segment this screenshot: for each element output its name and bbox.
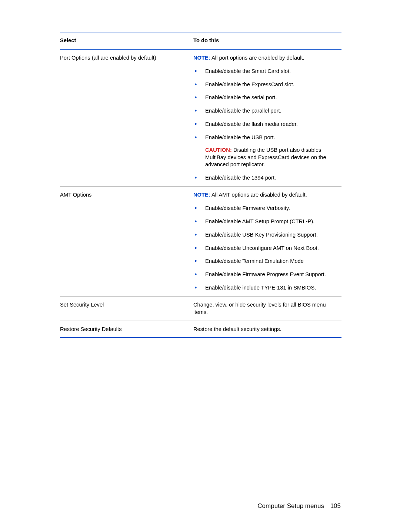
header-todo: To do this [193, 33, 341, 49]
list-item: Enable/disable AMT Setup Prompt (CTRL-P)… [193, 218, 341, 225]
bullet-text: Enable/disable USB Key Provisioning Supp… [205, 232, 318, 238]
row-select: AMT Options [60, 187, 193, 297]
list-item: Enable/disable Firmware Progress Event S… [193, 271, 341, 278]
options-table: Select To do this Port Options (all are … [60, 33, 341, 338]
bullet-text: Enable/disable the parallel port. [205, 108, 281, 114]
bullet-text: Enable/disable the ExpressCard slot. [205, 81, 294, 87]
bullet-text: Enable/disable Firmware Verbosity. [205, 205, 290, 211]
row-todo: NOTE: All AMT options are disabled by de… [193, 187, 341, 297]
bullet-text: Enable/disable Terminal Emulation Mode [205, 258, 304, 264]
page-number: 105 [330, 502, 341, 509]
list-item: Enable/disable Unconfigure AMT on Next B… [193, 245, 341, 252]
list-item: Enable/disable the USB port. CAUTION: Di… [193, 134, 341, 168]
table-row: AMT Options NOTE: All AMT options are di… [60, 187, 341, 297]
caution-label: CAUTION: [205, 147, 232, 153]
row-todo: Change, view, or hide security levels fo… [193, 296, 341, 321]
list-item: Enable/disable the ExpressCard slot. [193, 81, 341, 88]
row-select: Port Options (all are enabled by default… [60, 49, 193, 187]
list-item: Enable/disable Firmware Verbosity. [193, 205, 341, 212]
page-footer: Computer Setup menus 105 [257, 502, 341, 510]
list-item: Enable/disable the serial port. [193, 94, 341, 101]
table-header-row: Select To do this [60, 33, 341, 49]
list-item: Enable/disable the Smart Card slot. [193, 68, 341, 75]
row-todo: Restore the default security settings. [193, 321, 341, 338]
list-item: Enable/disable the 1394 port. [193, 174, 341, 182]
list-item: Enable/disable USB Key Provisioning Supp… [193, 231, 341, 239]
bullet-list: Enable/disable the Smart Card slot. Enab… [193, 68, 341, 182]
bullet-text: Enable/disable the USB port. [205, 134, 275, 140]
list-item: Enable/disable the parallel port. [193, 107, 341, 115]
table-row: Set Security Level Change, view, or hide… [60, 296, 341, 321]
bullet-text: Enable/disable AMT Setup Prompt (CTRL-P)… [205, 218, 314, 224]
bullet-text: Enable/disable Firmware Progress Event S… [205, 271, 326, 277]
table-row: Port Options (all are enabled by default… [60, 49, 341, 187]
note-label: NOTE: [193, 55, 210, 61]
note-label: NOTE: [193, 192, 210, 198]
list-item: Enable/disable Terminal Emulation Mode [193, 258, 341, 265]
page: Select To do this Port Options (all are … [0, 0, 400, 532]
row-select: Set Security Level [60, 296, 193, 321]
note-text: All AMT options are disabled by default. [211, 192, 307, 198]
list-item: Enable/disable include TYPE-131 in SMBIO… [193, 284, 341, 292]
bullet-text: Enable/disable Unconfigure AMT on Next B… [205, 245, 319, 251]
bullet-text: Enable/disable the serial port. [205, 94, 277, 100]
bullet-text: Enable/disable the flash media reader. [205, 121, 298, 127]
table-row: Restore Security Defaults Restore the de… [60, 321, 341, 338]
list-item: Enable/disable the flash media reader. [193, 121, 341, 128]
row-todo: NOTE: All port options are enabled by de… [193, 49, 341, 187]
note-line: NOTE: All AMT options are disabled by de… [193, 191, 341, 199]
caution-line: CAUTION: Disabling the USB port also dis… [205, 147, 341, 169]
footer-title: Computer Setup menus [257, 502, 324, 509]
note-text: All port options are enabled by default. [211, 55, 304, 61]
bullet-text: Enable/disable the Smart Card slot. [205, 68, 291, 74]
bullet-text: Enable/disable the 1394 port. [205, 175, 276, 181]
note-line: NOTE: All port options are enabled by de… [193, 54, 341, 62]
row-select: Restore Security Defaults [60, 321, 193, 338]
header-select: Select [60, 33, 193, 49]
bullet-list: Enable/disable Firmware Verbosity. Enabl… [193, 205, 341, 292]
bullet-text: Enable/disable include TYPE-131 in SMBIO… [205, 285, 316, 291]
